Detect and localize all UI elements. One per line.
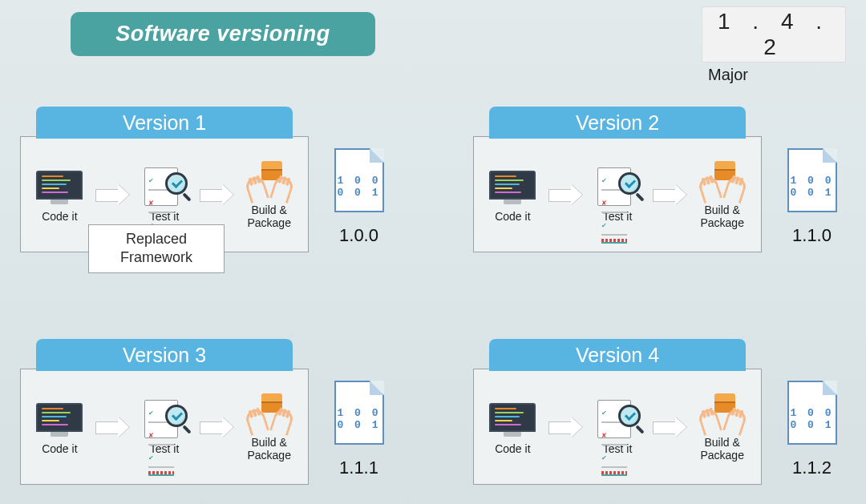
- monitor-code-icon: [35, 398, 83, 440]
- hands-box-icon: [698, 159, 747, 201]
- card-header: Version 2: [489, 107, 746, 139]
- stage-build: Build & Package: [686, 159, 758, 229]
- version-card-3: Version 3 Code it ✔✘✔ Test it Build & Pa…: [20, 369, 309, 485]
- magnifier-check-icon: ✔✘✔: [593, 166, 641, 208]
- stage-test: ✔✘✔ Test it: [129, 166, 200, 223]
- stage-label: Code it: [42, 210, 77, 223]
- note-replaced-framework: Replaced Framework: [88, 224, 225, 273]
- stage-label: Build & Package: [700, 204, 743, 229]
- card-header: Version 4: [489, 339, 746, 371]
- arrow-right-icon: [95, 186, 129, 204]
- stage-label: Code it: [495, 210, 530, 223]
- monitor-code-icon: [35, 166, 83, 208]
- arrow-right-icon: [200, 186, 233, 204]
- arrow-right-icon: [95, 418, 129, 436]
- card-header: Version 3: [36, 339, 293, 371]
- file-bits: 1 0 0 0 0 1: [790, 407, 833, 432]
- stage-row: Code it ✔✘✔ Test it Build & Package: [21, 369, 308, 484]
- stage-code: Code it: [477, 398, 548, 455]
- version-legend: 1 . 4 . 2 Major: [702, 6, 846, 84]
- stage-label: Build & Package: [700, 436, 743, 462]
- binary-file-icon: 1 0 0 0 0 1: [787, 148, 837, 212]
- stage-label: Code it: [42, 442, 77, 455]
- legend-caption: Major: [708, 66, 748, 84]
- version-card-2: Version 2 Code it ✔✘✔ Test it Build & Pa…: [473, 136, 762, 252]
- file-version-label: 1.0.0: [339, 225, 378, 246]
- binary-file-icon: 1 0 0 0 0 1: [787, 381, 837, 445]
- stage-row: Code it ✔✘✔ Test it Build & Package: [474, 369, 761, 484]
- binary-file-icon: 1 0 0 0 0 1: [334, 148, 384, 212]
- monitor-code-icon: [488, 398, 536, 440]
- hands-box-icon: [698, 392, 747, 433]
- stage-build: Build & Package: [686, 392, 758, 462]
- stage-test: ✔✘✔ Test it: [582, 398, 654, 455]
- file-version-label: 1.1.1: [339, 458, 378, 478]
- artifact-file-2: 1 0 0 0 0 1 1.1.0: [778, 148, 846, 246]
- arrow-right-icon: [548, 418, 582, 436]
- legend-digits: 1 . 4 . 2: [702, 6, 846, 62]
- arrow-right-icon: [653, 186, 686, 204]
- arrow-right-icon: [653, 418, 686, 436]
- version-card-4: Version 4 Code it ✔✘✔ Test it Build & Pa…: [473, 369, 762, 485]
- arrow-right-icon: [200, 418, 233, 436]
- arrow-right-icon: [548, 186, 582, 204]
- file-bits: 1 0 0 0 0 1: [790, 175, 833, 200]
- stage-label: Build & Package: [247, 204, 290, 229]
- file-version-label: 1.1.0: [792, 225, 832, 246]
- magnifier-check-icon: ✔✘✔: [140, 166, 188, 208]
- stage-build: Build & Package: [233, 392, 305, 462]
- stage-code: Code it: [24, 398, 95, 455]
- title-text: Software versioning: [115, 22, 330, 46]
- stage-build: Build & Package: [233, 159, 305, 229]
- file-version-label: 1.1.2: [792, 458, 832, 478]
- artifact-file-3: 1 0 0 0 0 1 1.1.1: [325, 381, 393, 478]
- file-bits: 1 0 0 0 0 1: [337, 407, 380, 432]
- hands-box-icon: [245, 159, 293, 201]
- card-header: Version 1: [36, 107, 293, 139]
- magnifier-check-icon: ✔✘✔: [593, 398, 641, 440]
- artifact-file-1: 1 0 0 0 0 1 1.0.0: [325, 148, 393, 246]
- title-banner: Software versioning: [71, 12, 375, 56]
- hands-box-icon: [245, 392, 293, 433]
- stage-test: ✔✘✔ Test it: [582, 166, 654, 223]
- monitor-code-icon: [488, 166, 536, 208]
- stage-code: Code it: [24, 166, 95, 223]
- stage-label: Build & Package: [247, 436, 290, 462]
- file-bits: 1 0 0 0 0 1: [337, 175, 380, 200]
- stage-code: Code it: [477, 166, 548, 223]
- magnifier-check-icon: ✔✘✔: [140, 398, 188, 440]
- binary-file-icon: 1 0 0 0 0 1: [334, 381, 384, 445]
- stage-test: ✔✘✔ Test it: [129, 398, 200, 455]
- stage-label: Code it: [495, 442, 530, 455]
- stage-row: Code it ✔✘✔ Test it Build & Package: [474, 137, 761, 252]
- artifact-file-4: 1 0 0 0 0 1 1.1.2: [778, 381, 846, 478]
